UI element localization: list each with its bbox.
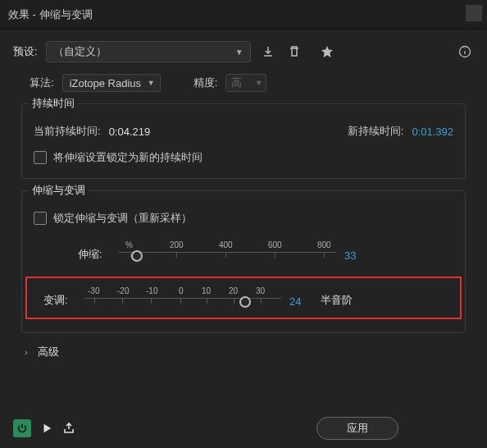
info-icon[interactable] bbox=[456, 43, 474, 61]
lock-duration-checkbox[interactable] bbox=[34, 151, 47, 164]
advanced-label: 高级 bbox=[38, 345, 59, 359]
chevron-down-icon: ▼ bbox=[235, 48, 244, 57]
stretch-label: 伸缩: bbox=[78, 247, 111, 265]
precision-label: 精度: bbox=[193, 75, 218, 90]
chevron-down-icon: ▼ bbox=[255, 79, 262, 87]
tick: -10 bbox=[146, 286, 157, 295]
window-title: 效果 - 伸缩与变调 bbox=[8, 7, 93, 22]
pitch-highlight: 变调: -30 -20 -10 0 10 20 30 bbox=[25, 277, 462, 319]
pitch-slider-thumb[interactable] bbox=[239, 296, 251, 308]
tick: 20 bbox=[229, 286, 238, 295]
chevron-right-icon: › bbox=[25, 347, 28, 357]
new-duration-value[interactable]: 0:01.392 bbox=[412, 126, 453, 138]
current-duration-label: 当前持续时间: bbox=[34, 124, 101, 139]
algorithm-label: 算法: bbox=[30, 75, 54, 90]
tick: -30 bbox=[88, 286, 99, 295]
tick: 10 bbox=[202, 286, 211, 295]
power-button[interactable] bbox=[13, 419, 31, 437]
precision-value: 高 bbox=[231, 75, 242, 90]
duration-legend: 持续时间 bbox=[29, 96, 78, 111]
lock-stretch-pitch-label: 锁定伸缩与变调（重新采样） bbox=[53, 211, 192, 226]
duration-group: 持续时间 当前持续时间: 0:04.219 新持续时间: 0:01.392 将伸… bbox=[21, 103, 466, 179]
stretch-pitch-group: 伸缩与变调 锁定伸缩与变调（重新采样） 伸缩: % 200 400 600 80… bbox=[21, 190, 466, 333]
trash-icon[interactable] bbox=[285, 43, 303, 61]
tick: 0 bbox=[179, 286, 184, 295]
pitch-unit: 半音阶 bbox=[321, 293, 353, 311]
lock-duration-label: 将伸缩设置锁定为新的持续时间 bbox=[53, 150, 203, 165]
chevron-down-icon: ▼ bbox=[148, 79, 155, 87]
preset-value: （自定义） bbox=[53, 44, 107, 59]
stretch-unit: % bbox=[125, 240, 133, 249]
tick: 600 bbox=[268, 240, 282, 249]
stretch-value[interactable]: 33 bbox=[344, 249, 367, 265]
apply-label: 应用 bbox=[347, 422, 368, 434]
algorithm-select[interactable]: iZotope Radius ▼ bbox=[62, 74, 161, 92]
star-icon[interactable] bbox=[318, 43, 336, 61]
tick: 400 bbox=[219, 240, 233, 249]
export-button[interactable] bbox=[62, 422, 75, 435]
pitch-slider[interactable]: -30 -20 -10 0 10 20 30 bbox=[84, 286, 281, 311]
preset-label: 预设: bbox=[13, 44, 38, 59]
precision-select[interactable]: 高 ▼ bbox=[225, 74, 266, 92]
pitch-value[interactable]: 24 bbox=[289, 295, 312, 311]
tick: 200 bbox=[170, 240, 184, 249]
advanced-toggle[interactable]: › 高级 bbox=[13, 345, 474, 368]
stretch-slider-thumb[interactable] bbox=[131, 250, 143, 262]
current-duration-value: 0:04.219 bbox=[109, 126, 151, 138]
play-button[interactable] bbox=[41, 423, 52, 434]
apply-button[interactable]: 应用 bbox=[316, 417, 398, 440]
algorithm-value: iZotope Radius bbox=[70, 77, 141, 89]
stretch-slider[interactable]: % 200 400 600 800 bbox=[119, 240, 336, 265]
download-icon[interactable] bbox=[259, 43, 277, 61]
pitch-label: 变调: bbox=[43, 293, 76, 311]
close-button[interactable] bbox=[466, 5, 482, 21]
tick: -20 bbox=[117, 286, 129, 295]
tick: 30 bbox=[256, 286, 265, 295]
preset-select[interactable]: （自定义） ▼ bbox=[46, 41, 251, 62]
tick: 800 bbox=[317, 240, 331, 249]
lock-stretch-pitch-checkbox[interactable] bbox=[34, 212, 47, 225]
stretch-pitch-legend: 伸缩与变调 bbox=[29, 183, 89, 198]
new-duration-label: 新持续时间: bbox=[348, 124, 404, 139]
